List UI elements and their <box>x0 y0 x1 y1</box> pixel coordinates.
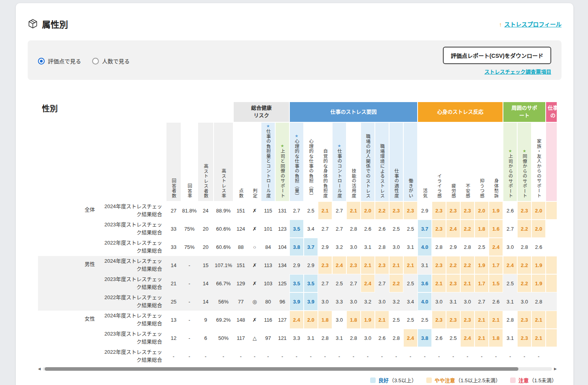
table-cell: 117 <box>233 329 248 347</box>
legend-term: 良好 <box>378 376 389 384</box>
column-header-label: イライラ感 <box>437 174 442 199</box>
table-cell: - <box>181 256 198 274</box>
legend-swatch <box>510 377 516 383</box>
horizontal-scrollbar[interactable]: ◀ ▶ <box>38 367 557 371</box>
stress-profile-link[interactable]: ストレスプロフィール <box>504 21 562 28</box>
table-cell: - <box>181 329 198 347</box>
scroll-right-icon[interactable]: ▶ <box>554 367 557 371</box>
table-cell: 104 <box>275 238 289 256</box>
table-cell: 107.1% <box>214 256 233 274</box>
scrollbar-thumb[interactable] <box>45 367 518 371</box>
column-header-label: 点数 <box>238 188 244 198</box>
radio-icon[interactable] <box>92 58 99 64</box>
legend-swatch <box>426 377 432 383</box>
table-cell: 2.7 <box>332 220 346 238</box>
table-cell: 2.4 <box>460 329 475 347</box>
table-cell: 13 <box>166 311 181 329</box>
table-cell: 2.1 <box>460 274 475 292</box>
table-cell: 131 <box>275 201 289 220</box>
survey-items-link[interactable]: ストレスチェック調査票項目 <box>484 68 551 75</box>
table-cell: 3.5 <box>289 274 304 292</box>
table-cell: 1.6 <box>489 220 503 238</box>
table-cell: 84 <box>261 238 275 256</box>
table-cell: 2.9 <box>304 256 318 274</box>
star-icon: ★ <box>281 144 284 148</box>
table-cell: 2.8 <box>531 292 546 311</box>
table-cell: 2.3 <box>389 201 403 220</box>
column-header: 高ストレス率 <box>214 122 233 201</box>
table-section: 性別総合健康 リスク仕事のストレス要因心身のストレス反応周囲のサポ ート仕事 の… <box>28 102 562 384</box>
column-header: ★仕事のコントロール度 <box>332 122 346 201</box>
table-cell: 115 <box>261 201 275 220</box>
table-cell: 121 <box>275 329 289 347</box>
scrollbar-track[interactable] <box>43 367 552 371</box>
table-cell: 3.0 <box>503 238 517 256</box>
column-header: ★仕事の負担量とコントロール度 <box>261 122 275 201</box>
table-cell: 1.9 <box>531 256 546 274</box>
table-cell: 2.1 <box>531 329 546 347</box>
table-cell: 2.8 <box>460 238 475 256</box>
table-cell: 1.5 <box>489 274 503 292</box>
legend-range: （3.5以上） <box>389 376 417 384</box>
table-cell: 2.2 <box>446 256 460 274</box>
table-cell: 2.4 <box>446 220 460 238</box>
table-cell: 2.8 <box>346 220 361 238</box>
column-header-label: 不安感 <box>465 184 470 199</box>
table-cell: 3.0 <box>318 292 332 311</box>
table-cell: ○ <box>248 238 261 256</box>
column-header: ★上司からのサポート <box>503 122 517 201</box>
column-header-label: 判定 <box>252 188 257 198</box>
column-header-label: 高ストレス者数 <box>203 164 208 199</box>
table-cell: - <box>275 347 289 365</box>
table-cell: 2.9 <box>418 201 432 220</box>
table-cell: 3.7 <box>304 238 318 256</box>
table-cell: 56% <box>214 292 233 311</box>
table-cell: 103 <box>261 274 275 292</box>
table-cell: 2.3 <box>318 256 332 274</box>
column-header-label: 自覚的な身体的負担度 <box>323 149 328 198</box>
star-icon: ★ <box>295 134 299 138</box>
column-header-label: 働きがい <box>408 178 413 198</box>
table-cell: 2.4 <box>332 256 346 274</box>
scroll-left-icon[interactable]: ◀ <box>38 367 41 371</box>
table-cell: 2.5 <box>418 311 432 329</box>
column-header: 判定 <box>248 122 261 201</box>
table-cell: 2.3 <box>403 201 418 220</box>
radio-icon[interactable] <box>38 58 45 64</box>
radio-count-view[interactable]: 人数で見る <box>92 57 130 65</box>
table-cell: 3.2 <box>389 292 403 311</box>
table-cell: 2.7 <box>375 274 389 292</box>
table-cell: ✗ <box>248 311 261 329</box>
table-cell: - <box>181 347 198 365</box>
column-header: ★上司と同僚のサポート <box>275 122 289 201</box>
table-cell: 2.7 <box>475 292 489 311</box>
table-cell: 127 <box>275 311 289 329</box>
radio-score-view[interactable]: 評価点で見る <box>38 57 81 65</box>
table-cell: 2.9 <box>289 256 304 274</box>
table-cell: 151 <box>233 256 248 274</box>
table-cell: 2.3 <box>460 311 475 329</box>
table-cell: 50% <box>214 329 233 347</box>
table-cell: - <box>198 347 214 365</box>
table-cell: 75% <box>181 238 198 256</box>
table-cell: 2.8 <box>503 311 517 329</box>
table-cell: 3.3 <box>332 292 346 311</box>
table-cell: 2.5 <box>475 238 489 256</box>
table-cell: 3.2 <box>361 292 375 311</box>
table-cell: 2.2 <box>375 201 389 220</box>
table-cell: 2.2 <box>389 274 403 292</box>
column-group-header: 心身のストレス反応 <box>418 102 503 122</box>
table-cell: 2.1 <box>475 311 489 329</box>
table-row: 2022年度ストレスチェック結果総合25-1456%77◎80963.93.93… <box>38 292 557 311</box>
radio-label[interactable]: 人数で見る <box>102 57 130 65</box>
radio-label[interactable]: 評価点で見る <box>48 57 81 65</box>
column-header-label: 疲労感 <box>451 184 456 199</box>
table-cell: 2.3 <box>432 220 446 238</box>
table-row: 2023年度ストレスチェック結果総合21-1466.7%129✗1031253.… <box>38 274 557 292</box>
table-cell: 2.3 <box>517 201 531 220</box>
column-header: 高ストレス者数 <box>198 122 214 201</box>
star-icon: ★ <box>338 144 341 148</box>
up-arrow-icon: ↑ <box>499 21 502 28</box>
table-cell: 2.3 <box>375 256 389 274</box>
csv-download-button[interactable]: 評価点レポート(CSV)をダウンロード <box>443 47 551 64</box>
